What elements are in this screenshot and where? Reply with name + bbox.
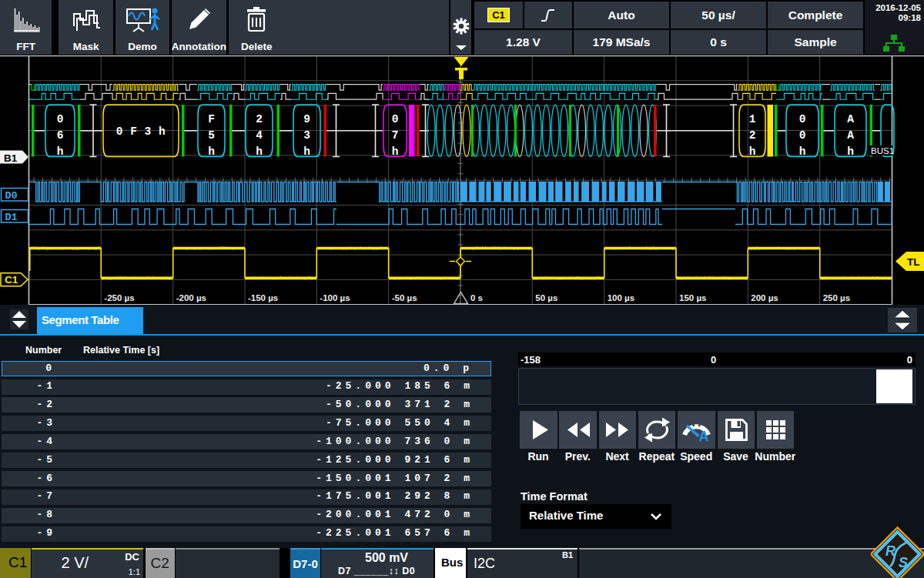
- svg-text:h: h: [57, 145, 64, 158]
- svg-text:0: 0: [799, 129, 806, 142]
- svg-text:h: h: [799, 145, 806, 158]
- svg-text:100 µs: 100 µs: [608, 293, 634, 302]
- svg-text:1: 1: [749, 113, 756, 125]
- svg-text:TL: TL: [907, 256, 920, 268]
- svg-text:h: h: [303, 145, 310, 158]
- svg-text:9: 9: [303, 113, 310, 125]
- svg-text:D1: D1: [5, 212, 18, 223]
- svg-text:h: h: [208, 145, 215, 158]
- svg-text:h: h: [847, 145, 854, 158]
- svg-text:4: 4: [256, 129, 263, 142]
- svg-text:F: F: [208, 113, 215, 125]
- svg-text:A: A: [847, 113, 854, 125]
- svg-text:R: R: [886, 543, 896, 559]
- svg-text:150 µs: 150 µs: [679, 293, 706, 302]
- svg-text:h: h: [256, 145, 263, 158]
- svg-text:0 F 3 h: 0 F 3 h: [116, 125, 166, 138]
- svg-text:C1: C1: [5, 274, 18, 286]
- svg-text:D0: D0: [5, 190, 18, 202]
- svg-text:h: h: [392, 145, 399, 158]
- svg-text:-50 µs: -50 µs: [392, 293, 417, 302]
- svg-text:A: A: [699, 429, 709, 444]
- svg-text:200 µs: 200 µs: [751, 293, 778, 302]
- svg-text:250 µs: 250 µs: [823, 293, 850, 302]
- svg-text:-200 µs: -200 µs: [176, 293, 206, 302]
- svg-text:50 µs: 50 µs: [535, 293, 557, 302]
- svg-text:B1: B1: [4, 152, 18, 164]
- svg-text:0: 0: [799, 113, 806, 125]
- svg-text:5: 5: [208, 129, 215, 142]
- svg-text:h: h: [749, 145, 756, 158]
- svg-text:2: 2: [749, 129, 756, 142]
- svg-text:7: 7: [392, 129, 399, 142]
- svg-text:2: 2: [256, 113, 263, 125]
- svg-text:0: 0: [392, 113, 399, 125]
- svg-text:-150 µs: -150 µs: [248, 293, 278, 302]
- svg-text:-250 µs: -250 µs: [104, 293, 134, 302]
- svg-text:A: A: [847, 129, 854, 142]
- svg-text:6: 6: [57, 129, 64, 142]
- svg-text:0: 0: [57, 113, 64, 125]
- svg-text:-100 µs: -100 µs: [320, 293, 350, 302]
- svg-text:S: S: [899, 555, 908, 570]
- svg-text:3: 3: [303, 129, 310, 142]
- svg-text:BUS1: BUS1: [871, 146, 894, 155]
- svg-text:0 s: 0 s: [470, 293, 483, 302]
